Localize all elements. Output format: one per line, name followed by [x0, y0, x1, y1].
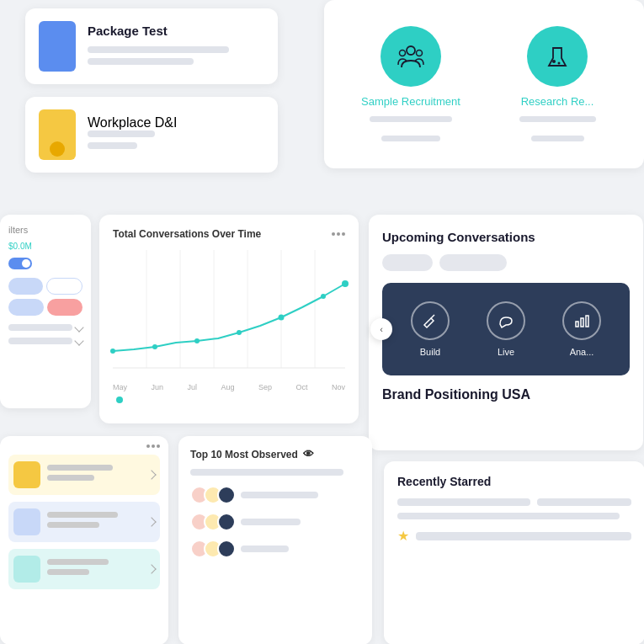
item-arrow-icon2	[146, 517, 156, 526]
starred-item-1[interactable]: ★	[397, 528, 631, 544]
filter-select2[interactable]	[8, 338, 82, 344]
toggle-switch[interactable]	[8, 258, 32, 269]
filter-select-bar1	[8, 324, 72, 331]
tag2	[439, 254, 507, 271]
obs-bar-3	[241, 546, 289, 552]
package-thumb	[39, 21, 76, 72]
banner-action-analyze[interactable]: Ana...	[562, 301, 601, 357]
build-icon-circle	[411, 301, 450, 340]
starred-item-bar	[416, 532, 631, 540]
line-chart-svg	[113, 250, 345, 376]
list-item-yellow[interactable]	[8, 455, 160, 495]
svg-point-4	[552, 60, 556, 63]
items-dot2	[152, 444, 155, 448]
filter-price: $0.0M	[8, 242, 82, 251]
package-line1	[88, 46, 229, 53]
services-card: Sample Recruitment Research Re...	[324, 0, 644, 168]
obs-circle-dark-3	[217, 540, 236, 558]
svg-point-2	[417, 50, 423, 56]
starred-long-bar-top	[397, 513, 620, 519]
svg-point-19	[342, 280, 349, 287]
recently-starred-card: Recently Starred ★	[384, 461, 644, 644]
sample-recruitment-label: Sample Recruitment	[361, 95, 460, 108]
observed-title: Top 10 Most Observed 👁	[190, 448, 360, 460]
item-lines-3	[47, 559, 141, 580]
service-sample-recruitment: Sample Recruitment	[352, 26, 470, 146]
research-label: Research Re...	[521, 95, 594, 108]
circle-group-1	[190, 486, 236, 504]
starred-title: Recently Starred	[397, 475, 631, 488]
svg-line-20	[431, 315, 434, 318]
filter-btn-filled[interactable]	[8, 278, 43, 295]
upcoming-conversations-card: Upcoming Conversations ‹ Build Live	[369, 215, 643, 450]
dot2	[337, 232, 340, 236]
obs-bar-wrap-3	[241, 546, 360, 552]
item-thumb-yellow	[13, 461, 40, 488]
svg-point-0	[407, 46, 415, 55]
item-lines-2	[47, 512, 141, 533]
label-nov: Nov	[332, 383, 345, 391]
svg-point-17	[279, 315, 285, 321]
banner-action-live[interactable]: Live	[487, 301, 525, 357]
obs-bar-2	[241, 519, 301, 525]
list-item-blue[interactable]	[8, 502, 160, 542]
obs-circle-dark-2	[217, 513, 236, 531]
eye-icon: 👁	[303, 448, 314, 460]
filter-title-label: ilters	[8, 225, 82, 235]
obs-row-1	[190, 486, 360, 504]
chart-area: May Jun Jul Aug Sep Oct Nov	[113, 250, 345, 385]
label-jun: Jun	[151, 383, 163, 391]
svg-point-5	[558, 61, 561, 64]
workplace-lines: Workplace D&I	[88, 115, 177, 154]
nav-arrow-left[interactable]: ‹	[370, 318, 392, 340]
package-test-card: Package Test	[25, 8, 278, 84]
item-arrow-icon	[146, 470, 156, 479]
filter-btn-outline[interactable]	[46, 278, 82, 295]
filter-select1[interactable]	[8, 324, 82, 331]
upcoming-tags	[382, 254, 630, 271]
circle-group-2	[190, 513, 236, 531]
dot3	[342, 232, 345, 236]
live-icon	[497, 311, 515, 330]
starred-bar1	[397, 498, 530, 506]
obs-row-3	[190, 540, 360, 558]
obs-bar-1	[241, 492, 318, 498]
label-sep: Sep	[258, 383, 272, 391]
filter-select-bar2	[8, 338, 72, 344]
svg-rect-22	[581, 318, 583, 327]
svg-point-14	[152, 344, 157, 349]
obs-bar-wrap-1	[241, 492, 360, 498]
item-arrow-icon3	[146, 564, 156, 573]
item-lines-1	[47, 465, 141, 486]
svg-rect-23	[586, 316, 588, 327]
brand-name: Brand Positioning USA	[382, 387, 630, 402]
chart-x-labels: May Jun Jul Aug Sep Oct Nov	[113, 383, 345, 391]
chart-menu-button[interactable]	[332, 232, 345, 236]
service-research: Research Re...	[498, 26, 616, 146]
list-item-teal[interactable]	[8, 549, 160, 589]
svg-point-18	[321, 294, 326, 299]
sample-recruitment-icon	[381, 26, 441, 87]
item-thumb-teal	[13, 556, 40, 583]
items-dot3	[157, 444, 160, 448]
filter-btn-blue[interactable]	[8, 299, 44, 316]
analyze-icon	[572, 311, 591, 330]
obs-circle-dark-1	[217, 486, 236, 504]
circle-group-3	[190, 540, 236, 558]
live-icon-circle	[487, 301, 525, 340]
live-label: Live	[498, 347, 514, 357]
items-menu-button[interactable]	[146, 444, 160, 448]
workplace-line2	[88, 142, 137, 149]
package-line2	[88, 58, 194, 65]
obs-header-line	[190, 469, 343, 476]
svg-point-15	[194, 338, 200, 343]
starred-bar2	[537, 498, 631, 506]
filter-btn-red[interactable]	[47, 299, 82, 316]
svg-point-16	[237, 330, 242, 335]
chart-header: Total Conversations Over Time	[113, 228, 345, 240]
workplace-card: Workplace D&I	[25, 97, 278, 173]
chevron-down-icon	[74, 322, 83, 332]
starred-row-bars	[397, 498, 631, 506]
obs-bar-wrap-2	[241, 519, 360, 525]
banner-action-build[interactable]: Build	[411, 301, 450, 357]
